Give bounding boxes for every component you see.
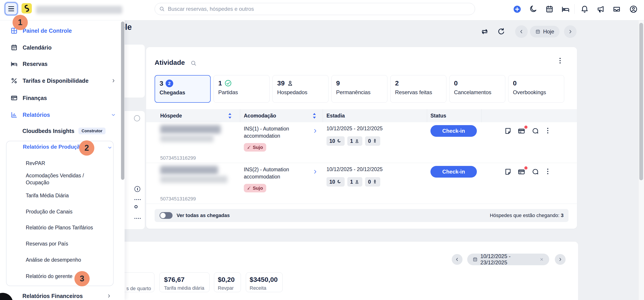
sidebar-item-reservas[interactable]: Reservas bbox=[10, 59, 48, 69]
tab-permanencias[interactable]: 9 Permanências bbox=[332, 75, 388, 103]
guest-name-redacted bbox=[160, 176, 228, 183]
announcements-megaphone-icon[interactable] bbox=[596, 5, 605, 14]
calendar-icon[interactable] bbox=[545, 5, 554, 14]
stay-dates: 10/12/2025 - 20/12/2025 bbox=[326, 126, 383, 132]
swirl-icon bbox=[23, 5, 30, 12]
sidebar-item-relatorio-gerente[interactable]: Relatório do gerente bbox=[26, 273, 72, 280]
sort-icon[interactable] bbox=[228, 113, 232, 119]
nights-chip: 10 bbox=[326, 177, 345, 187]
activity-tabs: 32 Chegadas 1 Partidas 39 Hospedados 9 P… bbox=[154, 75, 564, 103]
repeat-icon[interactable] bbox=[480, 27, 489, 36]
sidebar-item-acomodacoes-vendidas[interactable]: Acomodações Vendidas / Ocupação bbox=[26, 172, 100, 187]
inbox-tray-icon[interactable] bbox=[612, 5, 621, 14]
chat-icon[interactable] bbox=[532, 168, 539, 176]
range-next-button[interactable] bbox=[555, 254, 566, 265]
room-link[interactable]: INS(1) - Automation accommodation bbox=[244, 125, 309, 139]
sidebar-item-reservas-pais[interactable]: Reservas por País bbox=[26, 240, 68, 247]
arriving-count: Hóspedes que estão chegando: 3 bbox=[490, 213, 564, 218]
checkin-button[interactable]: Check-in bbox=[430, 125, 477, 137]
page-scrollbar-thumb[interactable] bbox=[639, 23, 643, 180]
stat-adr: $76,67 Tarifa média diária bbox=[159, 272, 210, 292]
info-icon bbox=[134, 186, 140, 192]
sidebar-item-calendario[interactable]: Calendário bbox=[10, 43, 52, 53]
notifications-bell-icon[interactable] bbox=[580, 5, 589, 14]
arrivals-count-badge: 2 bbox=[166, 80, 173, 87]
tab-partidas[interactable]: 1 Partidas bbox=[214, 75, 270, 103]
tab-overbookings[interactable]: 0 Overbookings bbox=[508, 75, 564, 103]
range-prev-button[interactable] bbox=[452, 254, 462, 265]
date-next-button[interactable] bbox=[564, 25, 576, 38]
payment-card-icon[interactable] bbox=[518, 127, 525, 135]
sidebar-item-revpar[interactable]: RevPAR bbox=[26, 160, 45, 167]
col-estadia: Estadia bbox=[326, 113, 345, 119]
children-chip: 0 bbox=[365, 136, 380, 146]
person-icon bbox=[354, 139, 360, 144]
account-user-icon[interactable] bbox=[629, 5, 638, 14]
annotation-step-1: 1 bbox=[12, 15, 28, 30]
toggle-label: Ver todas as chegadas bbox=[176, 213, 230, 218]
broom-icon bbox=[247, 145, 251, 149]
bar-chart-icon bbox=[10, 111, 18, 118]
clear-range-icon[interactable] bbox=[540, 257, 544, 262]
room-chevron-icon[interactable] bbox=[312, 128, 318, 134]
stat-value: $3450,00 bbox=[250, 276, 279, 283]
housekeeping-badge: Sujo bbox=[244, 184, 266, 192]
sidebar-item-relatorios[interactable]: Relatórios bbox=[10, 110, 116, 120]
sidebar-item-relatorios-financeiros[interactable]: Relatórios Financeiros bbox=[22, 291, 111, 300]
col-acomodacao: Acomodação bbox=[244, 113, 276, 119]
bottom-section-card: 10/12/2025 - 23/12/2025 s de quarto $76,… bbox=[108, 242, 578, 300]
reservation-id: 5073451316299 bbox=[160, 155, 196, 161]
sidebar-item-producao-canais[interactable]: Produção de Canais bbox=[26, 208, 72, 215]
check-circle-icon bbox=[224, 79, 232, 87]
sidebar-item-tarifas[interactable]: Tarifas e Disponibilidade bbox=[10, 76, 116, 86]
refresh-icon[interactable] bbox=[497, 27, 506, 36]
sidebar-item-financas[interactable]: Finanças bbox=[10, 93, 47, 103]
sidebar-item-analise-desempenho[interactable]: Análise de desempenho bbox=[26, 256, 81, 263]
adults-chip: 1 bbox=[347, 177, 362, 187]
sidebar-scrollbar-thumb[interactable] bbox=[121, 22, 124, 180]
sidebar-item-tarifa-media[interactable]: Tarifa Média Diária bbox=[26, 192, 69, 199]
stat-label: Receita bbox=[250, 285, 279, 291]
tab-cancelamentos[interactable]: 0 Cancelamentos bbox=[449, 75, 505, 103]
row-kebab-icon[interactable] bbox=[547, 128, 548, 133]
property-name-redacted bbox=[36, 6, 122, 14]
checkin-button[interactable]: Check-in bbox=[430, 166, 477, 178]
row-kebab-icon[interactable] bbox=[547, 169, 548, 174]
date-range-pill[interactable]: 10/12/2025 - 23/12/2025 bbox=[467, 254, 549, 265]
search-icon bbox=[159, 6, 165, 12]
dark-mode-moon-icon[interactable] bbox=[529, 5, 538, 14]
show-all-arrivals-toggle[interactable] bbox=[160, 212, 172, 219]
search-input[interactable] bbox=[154, 3, 475, 15]
bed-icon[interactable] bbox=[561, 5, 570, 14]
child-icon bbox=[372, 179, 377, 184]
note-icon[interactable] bbox=[504, 127, 512, 135]
sidebar-item-relatorios-producao[interactable]: Relatórios de Produção bbox=[23, 144, 83, 150]
activity-menu-kebab-icon[interactable] bbox=[560, 58, 561, 64]
today-button[interactable]: Hoje bbox=[530, 26, 560, 38]
activity-search-icon[interactable] bbox=[190, 60, 197, 66]
room-chevron-icon[interactable] bbox=[312, 169, 318, 174]
annotation-step-3: 3 bbox=[74, 271, 90, 286]
hamburger-menu-button[interactable] bbox=[5, 3, 18, 15]
note-icon[interactable] bbox=[504, 168, 512, 176]
cloudbeds-logo[interactable] bbox=[22, 3, 32, 14]
production-reports-card: Relatórios de Produção RevPAR Acomodaçõe… bbox=[6, 141, 114, 286]
chat-icon[interactable] bbox=[532, 127, 539, 135]
stay-dates: 10/12/2025 - 20/12/2025 bbox=[326, 166, 383, 172]
quick-add-icon[interactable] bbox=[513, 5, 522, 14]
redacted-dots bbox=[134, 199, 135, 200]
moon-icon bbox=[337, 139, 342, 144]
sidebar-item-insights[interactable]: Cloudbeds Insights Construtor bbox=[22, 126, 106, 136]
payment-card-icon[interactable] bbox=[518, 168, 525, 176]
tab-reservas-feitas[interactable]: 2 Reservas feitas bbox=[390, 75, 446, 103]
tab-hospedados[interactable]: 39 Hospedados bbox=[272, 75, 328, 103]
calendar-icon bbox=[535, 29, 540, 35]
global-search bbox=[154, 3, 475, 15]
sidebar-item-planos-tarifarios[interactable]: Relatório de Planos Tarifários bbox=[26, 224, 93, 231]
sort-icon[interactable] bbox=[312, 113, 316, 119]
today-label: Hoje bbox=[543, 29, 554, 35]
date-prev-button[interactable] bbox=[515, 25, 528, 38]
tab-chegadas[interactable]: 32 Chegadas bbox=[154, 75, 211, 103]
stat-value: $76,67 bbox=[164, 276, 205, 283]
room-link[interactable]: INS(2) - Automation accommodation bbox=[244, 166, 309, 180]
